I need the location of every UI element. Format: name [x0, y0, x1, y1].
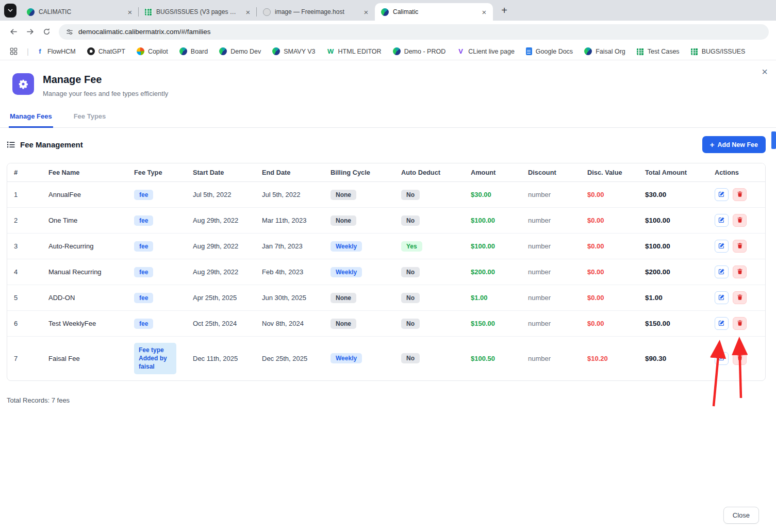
delete-fee-button[interactable]	[733, 291, 747, 304]
billing-cycle-cell: None	[324, 285, 394, 311]
start-date: Apr 25th, 2025	[186, 285, 255, 311]
scrollbar-indicator[interactable]	[771, 131, 776, 149]
tab-search-button[interactable]	[4, 4, 16, 18]
tab-strip: CALIMATIC×BUGS/ISSUES (V3 pages only) -×…	[0, 0, 776, 21]
tab-close-icon[interactable]: ×	[361, 7, 371, 16]
fee-type-cell: fee	[127, 208, 186, 234]
bookmark-item[interactable]: FlowHCM	[36, 47, 76, 55]
freeimage-icon	[263, 8, 271, 16]
column-header: Fee Type	[127, 163, 186, 182]
add-new-fee-button[interactable]: + Add New Fee	[702, 136, 766, 153]
forward-button[interactable]	[22, 24, 38, 40]
fee-type-badge: fee	[134, 215, 153, 226]
bookmark-item[interactable]: CLient live page	[457, 47, 515, 55]
delete-fee-button[interactable]	[733, 265, 747, 278]
browser-tab[interactable]: CALIMATIC×	[21, 3, 139, 21]
bookmark-item[interactable]: Google Docs	[526, 47, 573, 55]
add-new-fee-label: Add New Fee	[718, 141, 758, 148]
bookmark-item[interactable]: BUGS/ISSUES	[691, 48, 746, 55]
fee-type-cell: fee	[127, 259, 186, 285]
new-tab-button[interactable]: +	[497, 3, 511, 18]
tab-manage-fees[interactable]: Manage Fees	[9, 109, 53, 128]
disc-value: $10.20	[581, 337, 638, 380]
fee-row: 1AnnualFeefeeJul 5th, 2022Jul 5th, 2022N…	[7, 182, 766, 208]
bookmark-label: Demo - PROD	[404, 48, 446, 55]
calimatic-icon	[381, 8, 389, 16]
auto-deduct-cell: No	[394, 259, 464, 285]
edit-fee-button[interactable]	[715, 265, 729, 278]
delete-fee-button[interactable]	[733, 240, 747, 253]
bookmark-label: Google Docs	[536, 48, 573, 55]
fee-type-cell: Fee type Added by faisal	[127, 337, 186, 380]
edit-fee-button[interactable]	[715, 291, 729, 304]
start-date: Oct 25th, 2024	[186, 311, 255, 337]
pencil-icon	[718, 242, 725, 251]
tab-fee-types[interactable]: Fee Types	[73, 109, 107, 128]
tab-close-icon[interactable]: ×	[125, 7, 135, 16]
bookmark-label: CLient live page	[468, 48, 515, 55]
actions-cell	[708, 234, 766, 259]
fee-type-badge: fee	[134, 190, 153, 200]
fee-name: ADD-ON	[42, 285, 127, 311]
modal-close-icon[interactable]: ×	[762, 66, 768, 77]
bookmark-item[interactable]: Demo - PROD	[393, 47, 446, 55]
actions-cell	[708, 285, 766, 311]
edit-fee-button[interactable]	[715, 352, 729, 365]
close-button[interactable]: Close	[723, 507, 759, 524]
browser-tab[interactable]: image — Freeimage.host×	[257, 3, 375, 21]
fee-row: 5ADD-ONfeeApr 25th, 2025Jun 30th, 2025No…	[7, 285, 766, 311]
bookmark-item[interactable]: HTML EDITOR	[327, 47, 382, 55]
apps-grid-button[interactable]	[7, 45, 20, 58]
billing-cycle-cell: Weekly	[324, 259, 394, 285]
amount: $30.00	[464, 182, 521, 208]
actions-cell	[708, 182, 766, 208]
auto-deduct-badge: No	[401, 319, 420, 329]
bookmark-item[interactable]: Demo Dev	[219, 47, 261, 55]
bookmark-item[interactable]: Copilot	[137, 47, 168, 55]
disc-value: $0.00	[581, 285, 638, 311]
delete-fee-button[interactable]	[733, 214, 747, 227]
column-header: Auto Deduct	[394, 163, 464, 182]
fee-type-badge: fee	[134, 241, 153, 252]
billing-cycle-cell: Weekly	[324, 337, 394, 380]
edit-fee-button[interactable]	[715, 214, 729, 227]
delete-fee-button[interactable]	[733, 188, 747, 201]
start-date: Aug 29th, 2022	[186, 234, 255, 259]
bookmark-item[interactable]: SMAVY V3	[272, 47, 315, 55]
edit-fee-button[interactable]	[715, 240, 729, 253]
edit-fee-button[interactable]	[715, 317, 729, 330]
bookmark-item[interactable]: Board	[179, 47, 208, 55]
delete-fee-button[interactable]	[733, 352, 747, 365]
browser-tab[interactable]: Calimatic×	[375, 3, 493, 21]
browser-tab[interactable]: BUGS/ISSUES (V3 pages only) -×	[139, 3, 257, 21]
end-date: Dec 25th, 2025	[255, 337, 324, 380]
bookmark-item[interactable]: Faisal Org	[584, 47, 625, 55]
address-bar[interactable]: democalimatic.calibermatrix.com/#/famili…	[59, 24, 769, 40]
tab-close-icon[interactable]: ×	[243, 7, 253, 16]
tab-close-icon[interactable]: ×	[480, 7, 489, 16]
refresh-button[interactable]	[38, 24, 55, 40]
fee-name: One Time	[42, 208, 127, 234]
trash-icon	[737, 294, 743, 302]
bookmark-label: SMAVY V3	[284, 48, 315, 55]
back-button[interactable]	[5, 24, 22, 40]
edit-fee-button[interactable]	[715, 188, 729, 201]
bookmark-item[interactable]: Test Cases	[637, 48, 680, 55]
list-icon	[7, 140, 15, 149]
url-text: democalimatic.calibermatrix.com/#/famili…	[78, 28, 211, 36]
plus-icon: +	[710, 141, 715, 148]
end-date: Jun 30th, 2025	[255, 285, 324, 311]
fee-name: Faisal Fee	[42, 337, 127, 380]
billing-cycle-badge: None	[331, 190, 356, 200]
column-header: Discount	[521, 163, 581, 182]
refresh-icon	[42, 27, 51, 36]
bookmark-list: FlowHCMChatGPTCopilotBoardDemo DevSMAVY …	[36, 47, 745, 55]
fee-type-cell: fee	[127, 285, 186, 311]
start-date: Aug 29th, 2022	[186, 208, 255, 234]
bookmark-label: ChatGPT	[98, 48, 125, 55]
actions-cell	[708, 311, 766, 337]
copilot-icon	[137, 47, 144, 55]
delete-fee-button[interactable]	[733, 317, 747, 330]
bookmark-item[interactable]: ChatGPT	[87, 47, 125, 55]
column-header: Actions	[708, 163, 766, 182]
